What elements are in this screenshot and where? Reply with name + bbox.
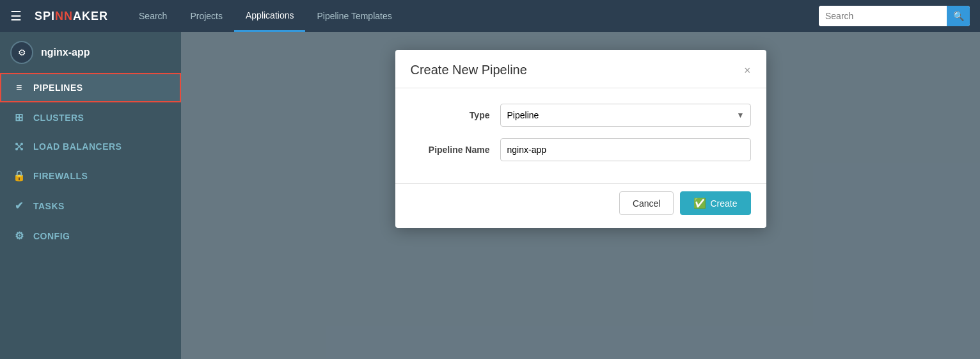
search-button[interactable]: 🔍 [947, 6, 970, 26]
check-circle-icon: ✅ [693, 197, 706, 209]
sidebar-item-firewalls-label: FIREWALLS [33, 171, 88, 181]
sidebar-item-tasks[interactable]: ✔ TASKS [0, 191, 181, 221]
search-input[interactable] [819, 6, 947, 26]
app-header: ⚙ nginx-app [0, 32, 181, 73]
tasks-icon: ✔ [13, 200, 26, 212]
global-search: 🔍 [819, 6, 970, 26]
app-name: nginx-app [41, 47, 90, 58]
cancel-button[interactable]: Cancel [619, 191, 674, 215]
sidebar-item-pipelines[interactable]: ≡ PIPELINES [0, 73, 181, 102]
sidebar-item-config[interactable]: ⚙ CONFIG [0, 221, 181, 251]
pipeline-name-row: Pipeline Name [411, 138, 751, 161]
sidebar: ⚙ nginx-app ≡ PIPELINES ⊞ CLUSTERS LOAD … [0, 32, 181, 359]
modal-header: Create New Pipeline × [395, 50, 766, 88]
load-balancers-icon [13, 141, 26, 152]
firewalls-icon: 🔒 [13, 170, 26, 182]
sidebar-item-config-label: CONFIG [33, 231, 70, 241]
sidebar-item-clusters[interactable]: ⊞ CLUSTERS [0, 102, 181, 132]
clusters-icon: ⊞ [13, 111, 26, 124]
nav-search[interactable]: Search [127, 0, 178, 32]
config-icon: ⚙ [13, 230, 26, 242]
nav-pipeline-templates[interactable]: Pipeline Templates [305, 0, 403, 32]
top-navigation: ☰ SPINNAKER Search Projects Applications… [0, 0, 980, 32]
modal-close-button[interactable]: × [744, 65, 751, 76]
nav-projects[interactable]: Projects [178, 0, 234, 32]
create-pipeline-modal: Create New Pipeline × Type Pipeline Stra… [395, 50, 766, 228]
create-button[interactable]: ✅ Create [680, 191, 750, 215]
type-select[interactable]: Pipeline Strategy [500, 104, 751, 127]
type-select-wrapper: Pipeline Strategy ▼ [500, 104, 751, 127]
pipeline-name-input[interactable] [500, 138, 751, 161]
nav-applications[interactable]: Applications [234, 0, 306, 32]
sidebar-item-load-balancers-label: LOAD BALANCERS [33, 141, 122, 152]
type-row: Type Pipeline Strategy ▼ [411, 104, 751, 127]
sidebar-item-load-balancers[interactable]: LOAD BALANCERS [0, 132, 181, 161]
hamburger-menu[interactable]: ☰ [10, 8, 22, 24]
pipelines-icon: ≡ [13, 82, 26, 93]
sidebar-item-tasks-label: TASKS [33, 201, 65, 211]
modal-footer: Cancel ✅ Create [395, 183, 766, 228]
create-button-label: Create [710, 198, 737, 209]
modal-body: Type Pipeline Strategy ▼ Pipeline Name [395, 88, 766, 183]
sidebar-item-firewalls[interactable]: 🔒 FIREWALLS [0, 161, 181, 191]
type-label: Type [411, 110, 500, 120]
modal-title: Create New Pipeline [411, 63, 527, 77]
pipeline-name-label: Pipeline Name [411, 145, 500, 155]
main-layout: ⚙ nginx-app ≡ PIPELINES ⊞ CLUSTERS LOAD … [0, 32, 980, 359]
sidebar-item-pipelines-label: PIPELINES [33, 83, 83, 93]
brand-logo: SPINNAKER [35, 10, 108, 23]
main-content: Create New Pipeline × Type Pipeline Stra… [181, 32, 980, 359]
sidebar-item-clusters-label: CLUSTERS [33, 113, 84, 123]
app-icon: ⚙ [10, 41, 33, 64]
